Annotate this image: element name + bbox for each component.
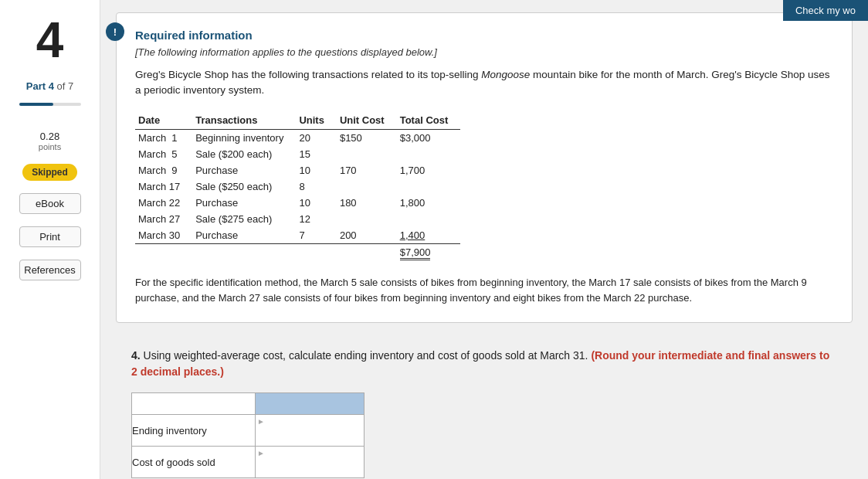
table-row: March 1 Beginning inventory 20 $150 $3,0… bbox=[135, 129, 460, 146]
print-button[interactable]: Print bbox=[19, 226, 81, 247]
table-row: March 5 Sale ($200 each) 15 bbox=[135, 146, 460, 162]
table-row: March 30 Purchase 7 200 1,400 bbox=[135, 227, 460, 244]
table-row: March 9 Purchase 10 170 1,700 bbox=[135, 162, 460, 178]
table-row: March 22 Purchase 10 180 1,800 bbox=[135, 195, 460, 211]
cogs-cell[interactable]: ► bbox=[256, 447, 364, 478]
sidebar: 4 Part 4 of 7 0.28 points Skipped eBook … bbox=[0, 0, 100, 479]
answer-table: Ending inventory ► Cost of goods sold ► bbox=[131, 392, 364, 478]
cogs-input[interactable] bbox=[256, 458, 364, 477]
answer-row-cogs: Cost of goods sold ► bbox=[132, 447, 364, 478]
question-number: 4 bbox=[36, 15, 64, 65]
col-date: Date bbox=[135, 111, 192, 130]
triangle-icon: ► bbox=[256, 449, 265, 457]
triangle-icon: ► bbox=[256, 417, 265, 426]
skipped-badge: Skipped bbox=[22, 164, 77, 181]
part-label: Part 4 of 7 bbox=[26, 80, 73, 92]
references-button[interactable]: References bbox=[19, 260, 81, 280]
col-transactions: Transactions bbox=[192, 111, 296, 130]
info-card: ! Required information [The following in… bbox=[116, 12, 853, 323]
italic-note: [The following information applies to th… bbox=[135, 46, 833, 58]
question-section: 4. Using weighted-average cost, calculat… bbox=[116, 335, 853, 479]
ebook-button[interactable]: eBook bbox=[19, 193, 81, 214]
points-value: 0.28 bbox=[39, 131, 61, 142]
description-text: Greg's Bicycle Shop has the following tr… bbox=[135, 67, 833, 99]
required-info-title: Required information bbox=[135, 29, 833, 42]
answer-header-cell bbox=[256, 393, 364, 415]
part-total: 7 bbox=[68, 80, 73, 92]
part-of: of bbox=[57, 80, 68, 92]
question-number: 4. bbox=[131, 349, 141, 362]
table-row: March 17 Sale ($250 each) 8 bbox=[135, 178, 460, 195]
transactions-table: Date Transactions Units Unit Cost Total … bbox=[135, 111, 460, 263]
col-unit-cost: Unit Cost bbox=[337, 111, 397, 130]
ending-inventory-cell[interactable]: ► bbox=[256, 415, 364, 447]
question-text: 4. Using weighted-average cost, calculat… bbox=[131, 348, 837, 380]
col-units: Units bbox=[296, 111, 337, 130]
progress-bar bbox=[19, 103, 81, 106]
part-number: 4 bbox=[49, 80, 54, 92]
main-content: ! Required information [The following in… bbox=[100, 0, 868, 479]
points-label: points bbox=[39, 142, 61, 151]
cogs-label: Cost of goods sold bbox=[132, 447, 256, 478]
info-icon: ! bbox=[106, 22, 124, 41]
col-total-cost: Total Cost bbox=[397, 111, 461, 130]
ending-inventory-input[interactable] bbox=[256, 426, 364, 446]
question-body: Using weighted-average cost, calculate e… bbox=[144, 349, 588, 362]
ending-inventory-label: Ending inventory bbox=[132, 415, 256, 447]
table-total-row: $7,900 bbox=[135, 243, 460, 263]
table-row: March 27 Sale ($275 each) 12 bbox=[135, 211, 460, 227]
note-text: For the specific identification method, … bbox=[135, 275, 833, 307]
check-work-button[interactable]: Check my wo bbox=[783, 0, 868, 21]
progress-fill bbox=[19, 103, 53, 106]
answer-row-ending-inventory: Ending inventory ► bbox=[132, 415, 364, 447]
